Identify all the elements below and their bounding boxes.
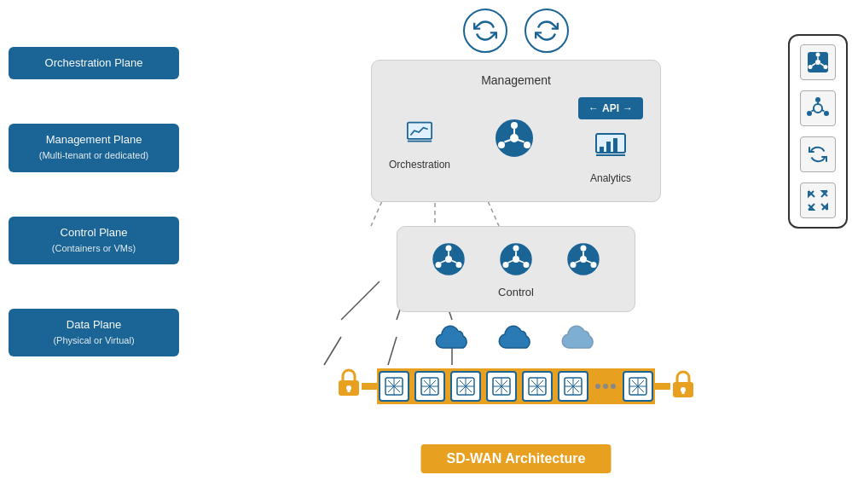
management-box: Management Orchestration	[371, 60, 661, 202]
center-hub-icon	[493, 117, 536, 159]
svg-rect-22	[613, 138, 617, 152]
svg-point-42	[581, 246, 587, 252]
data-line-1	[362, 383, 377, 390]
switch-2	[414, 371, 445, 402]
top-orchestration-icons	[463, 9, 569, 53]
cloud-icon-2	[497, 324, 535, 357]
svg-point-100	[807, 111, 812, 116]
management-title: Management	[389, 73, 643, 87]
cloud-row	[434, 324, 598, 357]
svg-line-3	[341, 281, 380, 320]
data-plane-row	[239, 362, 793, 409]
analytics-section: ← API → Analytics	[578, 97, 643, 184]
control-plane-text: Control Plane	[61, 226, 128, 239]
svg-point-97	[814, 104, 822, 113]
switches-row	[377, 368, 655, 404]
svg-point-35	[523, 262, 529, 268]
cloud-icon-3	[560, 324, 598, 357]
ctrl-icon-2	[496, 240, 536, 279]
data-plane-text: Data Plane	[67, 318, 121, 331]
lock-right-icon	[670, 370, 696, 403]
svg-point-28	[435, 262, 441, 268]
svg-point-15	[498, 142, 505, 148]
analytics-label: Analytics	[590, 172, 631, 184]
main-diagram: Management Orchestration	[239, 9, 793, 486]
right-hub-icon	[800, 44, 836, 80]
switch-6	[558, 371, 588, 402]
orchestration-plane-label: Orchestration Plane	[9, 47, 179, 79]
management-plane-label: Management Plane (Multi-tenant or dedica…	[9, 124, 179, 171]
right-panel	[788, 34, 848, 229]
api-arrow: ← API →	[578, 97, 643, 119]
svg-rect-88	[682, 390, 685, 394]
svg-point-14	[524, 142, 530, 148]
dots-separator	[592, 384, 619, 389]
sync-icon-right	[525, 9, 569, 53]
data-plane-sub: (Physical or Virtual)	[53, 335, 134, 345]
management-plane-text: Management Plane	[46, 133, 142, 146]
control-box: Control	[397, 226, 635, 312]
svg-point-90	[815, 60, 820, 65]
control-title: Control	[414, 286, 617, 298]
svg-point-93	[809, 65, 813, 69]
orchestration-label: Orchestration	[389, 159, 450, 171]
svg-point-12	[510, 134, 519, 142]
svg-rect-20	[600, 147, 604, 152]
svg-point-44	[571, 262, 577, 268]
svg-line-6	[324, 337, 341, 365]
svg-line-7	[388, 337, 397, 365]
center-hub-item	[493, 117, 536, 165]
switch-5	[522, 371, 553, 402]
orchestration-plane-text: Orchestration Plane	[45, 56, 143, 69]
svg-rect-50	[348, 388, 351, 392]
svg-point-98	[815, 97, 820, 102]
svg-point-25	[445, 256, 452, 263]
sdwan-title: SD-WAN Architecture	[421, 444, 611, 473]
ctrl-icon-1	[429, 240, 468, 279]
svg-point-99	[824, 111, 829, 116]
lock-left-icon	[336, 368, 362, 403]
cloud-icon-1	[434, 324, 472, 357]
control-inner	[414, 240, 617, 279]
right-network-icon	[800, 90, 836, 126]
right-compress-icon	[800, 182, 836, 218]
right-sync-icon	[800, 136, 836, 172]
switch-7	[623, 371, 653, 402]
ctrl-icon-3	[564, 240, 603, 279]
svg-point-13	[511, 122, 518, 129]
left-labels: Orchestration Plane Management Plane (Mu…	[9, 47, 179, 356]
switch-1	[379, 371, 409, 402]
switch-4	[486, 371, 517, 402]
svg-point-33	[513, 256, 519, 263]
svg-point-91	[816, 53, 820, 57]
svg-point-36	[502, 262, 508, 268]
svg-point-27	[455, 262, 461, 268]
analytics-icon	[589, 125, 632, 167]
svg-point-26	[445, 246, 451, 252]
management-plane-sub: (Multi-tenant or dedicated)	[39, 150, 148, 160]
control-plane-sub: (Containers or VMs)	[52, 243, 136, 253]
svg-point-34	[513, 246, 519, 252]
svg-point-41	[580, 256, 587, 263]
orchestration-chart-icon	[398, 111, 441, 154]
svg-rect-21	[606, 142, 611, 152]
svg-point-43	[591, 262, 597, 268]
api-label: API	[602, 102, 619, 114]
svg-point-92	[824, 65, 828, 69]
switch-3	[450, 371, 481, 402]
management-inner: Orchestration	[389, 97, 643, 184]
data-plane-label: Data Plane (Physical or Virtual)	[9, 309, 179, 356]
data-line-2	[655, 383, 670, 390]
orchestration-item: Orchestration	[389, 111, 450, 171]
control-plane-label: Control Plane (Containers or VMs)	[9, 217, 179, 264]
sync-icon-left	[463, 9, 507, 53]
